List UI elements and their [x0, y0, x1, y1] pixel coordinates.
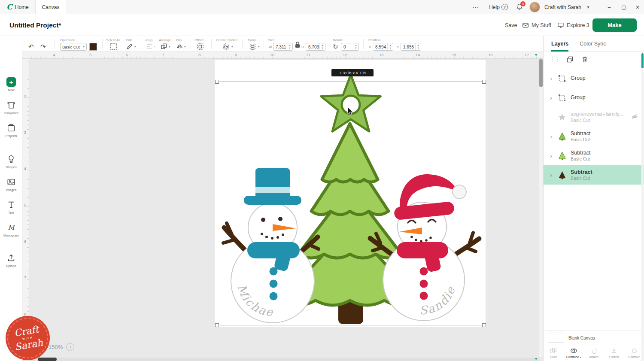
help-button[interactable]: Help ?	[487, 0, 510, 14]
warp-button[interactable]	[249, 43, 256, 50]
selection-bounding-box[interactable]	[217, 82, 484, 325]
selection-handle-bottom-right[interactable]	[482, 323, 486, 327]
sidebar-item-text[interactable]: Text	[0, 200, 22, 215]
canvas-vertical-scrollbar[interactable]	[539, 59, 543, 357]
chevron-right-icon[interactable]: ›	[549, 133, 553, 140]
account-name[interactable]: Craft with Sarah	[543, 0, 586, 14]
scroll-corner-chevron-icon[interactable]: ▾	[535, 356, 537, 361]
avatar[interactable]	[529, 2, 540, 12]
ruler-v-number: 3	[24, 130, 26, 135]
ruler-h-number: 14	[416, 53, 420, 57]
rotate-stepper[interactable]: ▲▼	[353, 43, 358, 50]
size-height-stepper[interactable]: ▲▼	[319, 43, 325, 50]
toolbar-separator	[329, 39, 329, 49]
eye-hidden-icon[interactable]	[631, 113, 638, 122]
zoom-in-button[interactable]: +	[66, 343, 74, 351]
sidebar-item-upload[interactable]: Upload	[0, 253, 22, 268]
sidebar-item-monogram[interactable]: M Monogram	[0, 223, 22, 237]
tab-layers[interactable]: Layers	[551, 36, 568, 52]
size-width-stepper[interactable]: ▲▼	[287, 43, 292, 50]
chevron-right-icon[interactable]: ›	[549, 152, 553, 159]
ruler-v-number: 2	[24, 94, 26, 98]
my-stuff-button[interactable]: My Stuff	[522, 14, 551, 36]
ruler-h-number: 15	[452, 53, 456, 57]
window-minimize-button[interactable]: –	[603, 0, 616, 14]
combine-button[interactable]: Combine▾	[564, 345, 584, 361]
canvas-horizontal-scrollbar[interactable]	[22, 358, 539, 361]
position-x-stepper[interactable]: ▲▼	[387, 43, 393, 50]
chevron-right-icon[interactable]: ›	[549, 172, 553, 179]
sidebar-item-templates[interactable]: Templates	[0, 100, 22, 115]
flip-chevron-down-icon[interactable]: ▾	[184, 45, 186, 49]
selection-handle-bottom-left[interactable]	[215, 323, 219, 327]
tab-canvas[interactable]: Canvas	[35, 0, 66, 14]
position-x-input[interactable]: 8.594 ▲▼	[373, 43, 393, 51]
create-sticker-button[interactable]	[222, 43, 230, 50]
duplicate-button[interactable]	[566, 56, 574, 65]
size-lock-button[interactable]	[295, 42, 300, 48]
overflow-menu-icon[interactable]: ⋯	[470, 0, 482, 14]
layers-scrollbar-thumb[interactable]	[641, 53, 644, 68]
sidebar-item-new[interactable]: + New	[0, 77, 22, 92]
position-x-label: X	[369, 45, 371, 49]
sidebar-item-shapes[interactable]: Shapes	[0, 155, 22, 169]
position-y-stepper[interactable]: ▲▼	[415, 43, 421, 50]
rotate-input[interactable]: 0 ▲▼	[341, 43, 359, 51]
create-sticker-chevron-down-icon[interactable]: ▾	[231, 45, 233, 49]
layers-scrollbar[interactable]	[641, 52, 644, 361]
rotate-icon[interactable]: ↻	[333, 43, 338, 50]
select-all-button[interactable]	[110, 43, 117, 50]
canvas-horizontal-scrollbar-thumb[interactable]	[38, 358, 57, 361]
position-label: Position	[368, 38, 380, 42]
account-chevron-down-icon[interactable]: ▾	[585, 0, 592, 14]
operation-select[interactable]: Basic Cut ▾	[60, 43, 87, 51]
size-width-input[interactable]: 7.311 ▲▼	[273, 43, 293, 51]
tab-home[interactable]: C Home	[1, 0, 34, 14]
chevron-right-icon[interactable]: ›	[549, 75, 553, 82]
window-maximize-button[interactable]: ▢	[617, 0, 630, 14]
window-close-button[interactable]: ✕	[631, 0, 644, 14]
edit-button[interactable]	[126, 43, 133, 50]
tree-thumbnail-icon	[557, 151, 567, 161]
layer-row-subtract-1[interactable]: › Subtract Basic Cut	[544, 127, 644, 146]
canvas-vertical-scrollbar-thumb[interactable]	[539, 59, 543, 87]
layer-row-subtract-3-selected[interactable]: › Subtract Basic Cut	[544, 165, 644, 185]
layers-panel: Layers Color Sync › Group ›	[543, 36, 644, 361]
notifications-button[interactable]: 0	[513, 0, 526, 14]
selection-handle-top-left[interactable]	[215, 80, 219, 84]
layer-row-group-1[interactable]: › Group	[544, 69, 644, 88]
arrange-chevron-down-icon[interactable]: ▾	[169, 45, 170, 49]
blank-canvas-swatch[interactable]	[548, 333, 564, 343]
edit-chevron-down-icon[interactable]: ▾	[134, 45, 136, 49]
sidebar-label: Shapes	[6, 165, 16, 169]
toolbar-collapse-chevron-icon[interactable]: ▾	[535, 52, 537, 57]
canvas-area[interactable]: 4567891011121314151617 2345678 ▾	[22, 52, 543, 361]
tab-color-sync[interactable]: Color Sync	[580, 36, 606, 52]
layer-row-group-2[interactable]: › Group	[544, 88, 644, 107]
size-label: Size	[268, 38, 275, 42]
operation-color-swatch[interactable]	[89, 43, 97, 51]
ruler-corner	[22, 52, 29, 59]
ruler-h-number: 8	[198, 53, 200, 57]
layer-row-hidden-star[interactable]: svg-snowman-family... Basic Cut	[544, 107, 644, 127]
position-y-input[interactable]: 1.655 ▲▼	[401, 43, 421, 51]
layer-row-subtract-2[interactable]: › Subtract Basic Cut	[544, 146, 644, 165]
chevron-right-icon[interactable]: ›	[549, 94, 553, 101]
blank-canvas-row[interactable]: Blank Canvas	[544, 331, 641, 345]
offset-button[interactable]	[197, 43, 204, 50]
ruler-h-number: 9	[235, 53, 237, 57]
warp-chevron-down-icon[interactable]: ▾	[258, 45, 260, 49]
sidebar-item-images[interactable]: Images	[0, 177, 22, 192]
arrange-button[interactable]	[161, 43, 167, 50]
make-button[interactable]: Make	[592, 18, 637, 32]
flip-button[interactable]	[176, 43, 183, 50]
selection-handle-top-right[interactable]	[482, 80, 486, 84]
save-button[interactable]: Save	[505, 14, 517, 36]
redo-button[interactable]: ↷	[40, 43, 46, 50]
delete-button[interactable]	[581, 56, 588, 65]
size-height-input[interactable]: 6.703 ▲▼	[306, 43, 325, 51]
layer-name: Subtract	[571, 169, 592, 176]
sidebar-item-projects[interactable]: Projects	[0, 123, 22, 138]
explore-button[interactable]: Explore 3	[557, 14, 589, 36]
undo-button[interactable]: ↶	[28, 43, 34, 50]
